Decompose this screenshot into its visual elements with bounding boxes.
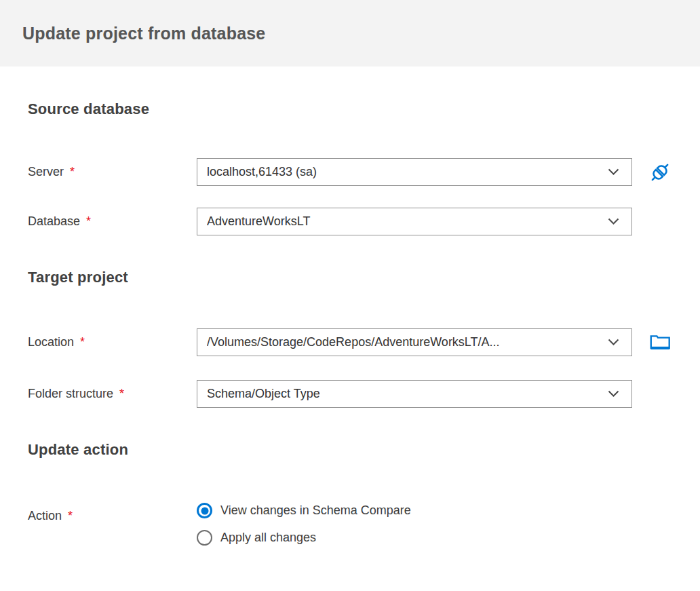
radio-apply-all-label: Apply all changes [220,531,316,545]
radio-view-changes-label: View changes in Schema Compare [220,503,411,518]
dialog-header: Update project from database [0,0,700,66]
required-asterisk: * [86,214,91,228]
folder-structure-label: Folder structure* [28,387,197,401]
database-dropdown-value: AdventureWorksLT [207,214,601,229]
server-dropdown[interactable]: localhost,61433 (sa) [197,158,632,186]
database-label: Database* [28,214,197,229]
location-dropdown-value: /Volumes/Storage/CodeRepos/AdventureWork… [207,335,601,349]
radio-button-icon [197,530,212,546]
chevron-down-icon [608,339,619,346]
section-heading-source-database: Source database [28,100,149,118]
database-dropdown[interactable]: AdventureWorksLT [197,208,632,235]
required-asterisk: * [119,387,124,400]
radio-button-icon [197,503,212,518]
radio-apply-all[interactable]: Apply all changes [197,530,411,546]
action-row: Action* View changes in Schema Compare A… [28,503,700,557]
server-dropdown-value: localhost,61433 (sa) [207,165,601,179]
server-label: Server* [28,165,197,179]
required-asterisk: * [68,509,73,522]
section-heading-target-project: Target project [28,269,128,286]
connect-button[interactable] [647,159,673,185]
folder-structure-row: Folder structure* Schema/Object Type [28,380,700,408]
required-asterisk: * [70,165,75,178]
location-row: Location* /Volumes/Storage/CodeRepos/Adv… [28,328,700,356]
required-asterisk: * [80,335,85,349]
location-label: Location* [28,335,197,349]
dialog-title: Update project from database [22,24,265,43]
connect-plug-icon [648,160,672,185]
folder-structure-dropdown[interactable]: Schema/Object Type [197,380,632,408]
folder-structure-dropdown-value: Schema/Object Type [207,387,601,401]
action-label: Action* [28,509,197,523]
database-row: Database* AdventureWorksLT [28,208,700,235]
chevron-down-icon [608,390,619,398]
server-row: Server* localhost,61433 (sa) [28,158,700,186]
section-heading-update-action: Update action [28,441,128,459]
folder-icon [649,331,672,354]
browse-folder-button[interactable] [647,330,673,356]
action-radio-group: View changes in Schema Compare Apply all… [197,503,411,546]
chevron-down-icon [608,218,619,225]
chevron-down-icon [608,168,619,176]
radio-view-changes[interactable]: View changes in Schema Compare [197,503,411,518]
update-project-dialog: Update project from database Source data… [0,0,700,591]
location-dropdown[interactable]: /Volumes/Storage/CodeRepos/AdventureWork… [197,328,632,356]
